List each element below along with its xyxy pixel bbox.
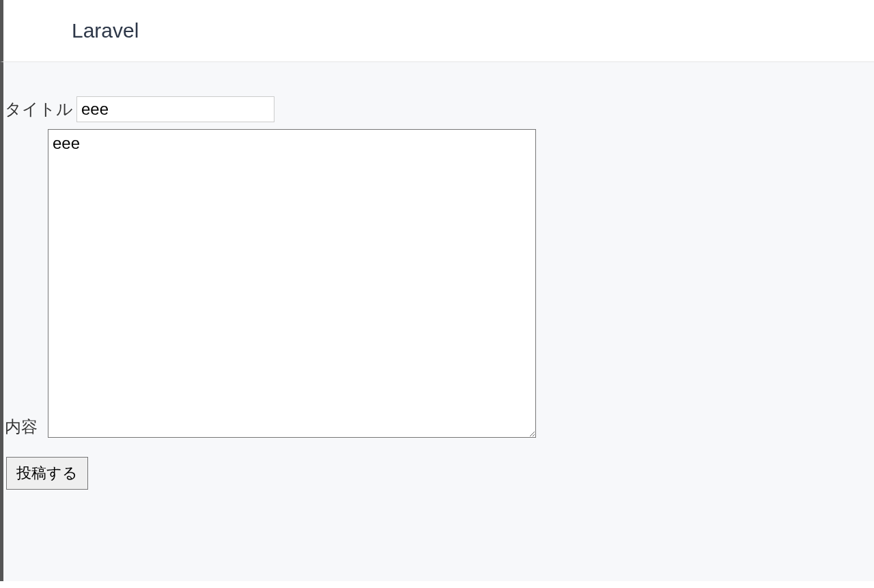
button-row: 投稿する	[3, 457, 874, 490]
content-textarea[interactable]	[48, 129, 536, 438]
title-row: タイトル	[3, 96, 874, 122]
title-label: タイトル	[3, 98, 73, 120]
main-content: タイトル 内容 投稿する	[0, 62, 874, 581]
submit-button[interactable]: 投稿する	[6, 457, 88, 490]
content-label: 内容	[3, 416, 44, 438]
title-input[interactable]	[76, 96, 274, 122]
content-row: 内容	[3, 129, 874, 438]
page-header: Laravel	[0, 0, 874, 62]
app-title: Laravel	[72, 19, 874, 42]
